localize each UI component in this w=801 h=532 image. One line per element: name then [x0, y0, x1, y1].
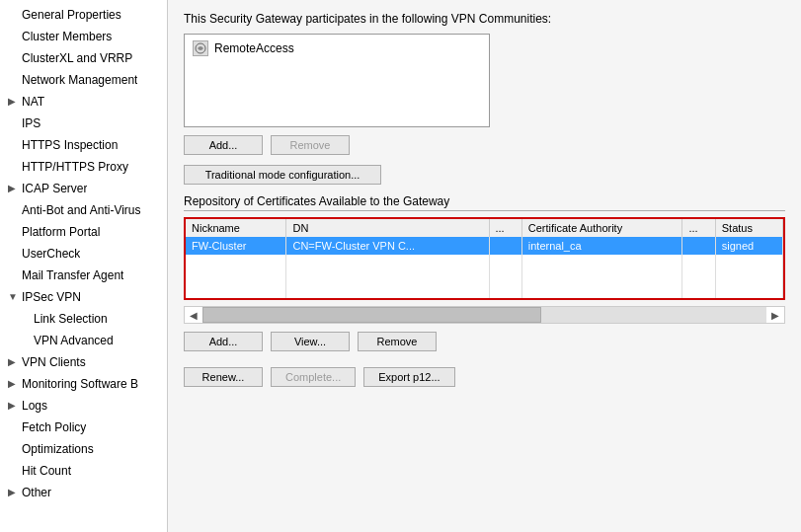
sidebar-item-link-selection[interactable]: Link Selection [0, 308, 167, 330]
sidebar-item-label-network-management: Network Management [22, 71, 137, 89]
col-status: Status [715, 219, 782, 237]
sidebar-item-label-usercheck: UserCheck [22, 245, 80, 263]
scroll-track[interactable] [202, 307, 766, 323]
sidebar-item-logs[interactable]: ▶Logs [0, 395, 167, 417]
sidebar-item-label-nat: NAT [22, 93, 44, 111]
sidebar-item-label-cluster-members: Cluster Members [22, 28, 112, 45]
expand-icon-ipsec-vpn: ▼ [8, 288, 22, 306]
sidebar-item-hit-count[interactable]: Hit Count [0, 460, 167, 482]
expand-icon-nat: ▶ [8, 93, 22, 111]
view-cert-button[interactable]: View... [271, 332, 350, 351]
sidebar-item-icap-server[interactable]: ▶ICAP Server [0, 178, 167, 199]
cert-table: Nickname DN ... Certificate Authority ..… [186, 219, 783, 298]
vpn-button-row: Add... Remove [184, 135, 785, 155]
trad-mode-row: Traditional mode configuration... [184, 165, 785, 185]
sidebar-item-label-anti-bot: Anti-Bot and Anti-Virus [22, 201, 141, 219]
sidebar-item-usercheck[interactable]: UserCheck [0, 243, 167, 265]
sidebar-item-label-optimizations: Optimizations [22, 440, 94, 458]
sidebar-item-label-clusterxl-vrrp: ClusterXL and VRRP [22, 49, 132, 67]
main-content: This Security Gateway participates in th… [168, 0, 801, 532]
sidebar-item-ips[interactable]: IPS [0, 113, 167, 134]
sidebar-item-mail-transfer[interactable]: Mail Transfer Agent [0, 265, 167, 286]
remote-access-icon [193, 40, 208, 56]
cert-button-row-1: Add... View... Remove [184, 332, 785, 351]
sidebar-item-label-http-https-proxy: HTTP/HTTPS Proxy [22, 158, 128, 176]
remove-vpn-button[interactable]: Remove [271, 135, 350, 155]
sidebar-item-clusterxl-vrrp[interactable]: ClusterXL and VRRP [0, 47, 167, 69]
expand-icon-icap-server: ▶ [8, 180, 22, 197]
sidebar-item-http-https-proxy[interactable]: HTTP/HTTPS Proxy [0, 156, 167, 178]
sidebar-item-label-vpn-clients: VPN Clients [22, 353, 86, 371]
traditional-mode-button[interactable]: Traditional mode configuration... [184, 165, 381, 185]
scroll-right-arrow[interactable]: ▶ [766, 310, 784, 321]
sidebar-item-ipsec-vpn[interactable]: ▼IPSec VPN [0, 286, 167, 308]
sidebar-item-label-fetch-policy: Fetch Policy [22, 418, 86, 436]
table-row-empty [186, 255, 783, 276]
col-cert-authority: Certificate Authority [521, 219, 682, 237]
sidebar-item-general-properties[interactable]: General Properties [0, 4, 167, 26]
renew-button[interactable]: Renew... [184, 367, 263, 387]
cert-button-row-2: Renew... Complete... Export p12... [184, 367, 785, 387]
scroll-thumb [202, 307, 541, 323]
sidebar-item-label-general-properties: General Properties [22, 6, 121, 24]
col-nickname: Nickname [186, 219, 286, 237]
expand-icon-other: ▶ [8, 484, 22, 501]
sidebar-item-label-mail-transfer: Mail Transfer Agent [22, 266, 123, 284]
add-cert-button[interactable]: Add... [184, 332, 263, 351]
repo-title: Repository of Certificates Available to … [184, 194, 785, 211]
table-row[interactable]: FW-ClusterCN=FW-Cluster VPN C...internal… [186, 237, 783, 255]
sidebar-item-label-platform-portal: Platform Portal [22, 223, 100, 241]
sidebar-item-label-icap-server: ICAP Server [22, 180, 87, 197]
vpn-community-label: RemoteAccess [214, 41, 294, 55]
scroll-left-arrow[interactable]: ◀ [185, 310, 202, 321]
remove-cert-button[interactable]: Remove [358, 332, 437, 351]
expand-icon-vpn-clients: ▶ [8, 353, 22, 371]
sidebar-item-optimizations[interactable]: Optimizations [0, 438, 167, 460]
sidebar-item-vpn-clients[interactable]: ▶VPN Clients [0, 351, 167, 373]
sidebar-item-label-monitoring-software: Monitoring Software B [22, 375, 138, 393]
sidebar-item-label-ips: IPS [22, 114, 40, 132]
expand-icon-monitoring-software: ▶ [8, 375, 22, 393]
sidebar: General PropertiesCluster MembersCluster… [0, 0, 168, 532]
sidebar-item-platform-portal[interactable]: Platform Portal [0, 221, 167, 243]
complete-button[interactable]: Complete... [271, 367, 356, 387]
sidebar-item-fetch-policy[interactable]: Fetch Policy [0, 417, 167, 438]
cert-action-buttons: Add... View... Remove Renew... Complete.… [184, 332, 785, 397]
sidebar-item-label-logs: Logs [22, 397, 47, 415]
table-row-empty [186, 276, 783, 298]
sidebar-item-label-https-inspection: HTTPS Inspection [22, 136, 118, 154]
sidebar-item-vpn-advanced[interactable]: VPN Advanced [0, 330, 167, 351]
col-ca-ellipsis: ... [682, 219, 715, 237]
sidebar-item-network-management[interactable]: Network Management [0, 69, 167, 91]
sidebar-item-cluster-members[interactable]: Cluster Members [0, 26, 167, 47]
horizontal-scrollbar[interactable]: ◀ ▶ [184, 306, 785, 324]
sidebar-item-label-vpn-advanced: VPN Advanced [34, 332, 114, 349]
vpn-communities-box: RemoteAccess [184, 34, 490, 127]
vpn-section-title: This Security Gateway participates in th… [184, 12, 785, 26]
sidebar-item-label-link-selection: Link Selection [34, 310, 108, 328]
sidebar-item-label-other: Other [22, 484, 51, 501]
sidebar-item-label-hit-count: Hit Count [22, 462, 71, 480]
table-header-row: Nickname DN ... Certificate Authority ..… [186, 219, 783, 237]
col-dn: DN [286, 219, 489, 237]
sidebar-item-other[interactable]: ▶Other [0, 482, 167, 503]
col-dn-ellipsis: ... [489, 219, 521, 237]
expand-icon-logs: ▶ [8, 397, 22, 415]
vpn-community-item: RemoteAccess [189, 38, 485, 58]
export-p12-button[interactable]: Export p12... [363, 367, 454, 387]
sidebar-item-label-ipsec-vpn: IPSec VPN [22, 288, 81, 306]
sidebar-item-monitoring-software[interactable]: ▶Monitoring Software B [0, 373, 167, 395]
add-vpn-button[interactable]: Add... [184, 135, 263, 155]
sidebar-item-anti-bot[interactable]: Anti-Bot and Anti-Virus [0, 199, 167, 221]
cert-table-wrapper: Nickname DN ... Certificate Authority ..… [184, 217, 785, 300]
sidebar-item-https-inspection[interactable]: HTTPS Inspection [0, 134, 167, 156]
sidebar-item-nat[interactable]: ▶NAT [0, 91, 167, 113]
